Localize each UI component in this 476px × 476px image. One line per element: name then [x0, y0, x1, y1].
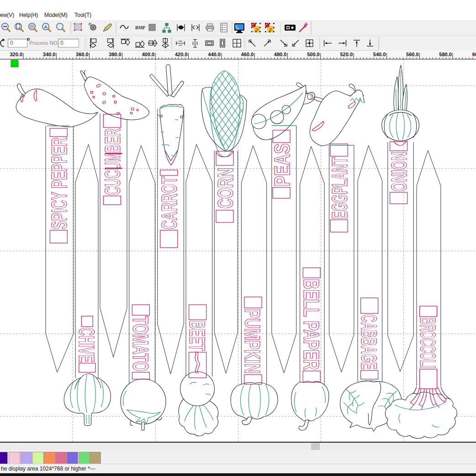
svg-text:460.0: 460.0 — [241, 52, 254, 57]
svg-text:BROCCOLI: BROCCOLI — [416, 317, 440, 368]
svg-text:420.0: 420.0 — [175, 52, 188, 57]
svg-text:440.0: 440.0 — [208, 52, 221, 57]
svg-text:380.0: 380.0 — [109, 52, 122, 57]
svg-text:480.0: 480.0 — [274, 52, 287, 57]
svg-text:PEAS: PEAS — [270, 143, 294, 186]
svg-text:320.0: 320.0 — [10, 52, 22, 57]
svg-text:BMP: BMP — [135, 25, 145, 30]
svg-text:SPICY PEPPER: SPICY PEPPER — [47, 138, 71, 229]
svg-text:CORN: CORN — [213, 168, 238, 209]
svg-text:CUCUMBER: CUCUMBER — [100, 128, 125, 195]
svg-text:BEET: BEET — [185, 321, 210, 351]
svg-text:400.0: 400.0 — [142, 52, 155, 57]
svg-text:CHIVE: CHIVE — [74, 328, 99, 362]
svg-text:360.0: 360.0 — [76, 52, 89, 57]
svg-text:ONION: ONION — [386, 152, 411, 191]
svg-text:500.0: 500.0 — [307, 52, 320, 57]
svg-text:EGGPLANT: EGGPLANT — [327, 157, 352, 219]
svg-text:CABBAGE: CABBAGE — [357, 314, 381, 370]
svg-text:540.0: 540.0 — [373, 52, 386, 57]
svg-text:560.0: 560.0 — [406, 52, 419, 57]
svg-text:340.0: 340.0 — [43, 52, 56, 57]
svg-text:600.0: 600.0 — [472, 52, 476, 57]
svg-text:CARROT: CARROT — [157, 176, 181, 229]
svg-text:580.0: 580.0 — [439, 52, 452, 57]
svg-text:TOMATO: TOMATO — [128, 316, 153, 371]
svg-text:A: A — [44, 24, 48, 29]
svg-text:PUMPKIN: PUMPKIN — [240, 309, 265, 374]
svg-text:520.0: 520.0 — [340, 52, 353, 57]
svg-text:BELL PAPER: BELL PAPER — [299, 279, 324, 370]
